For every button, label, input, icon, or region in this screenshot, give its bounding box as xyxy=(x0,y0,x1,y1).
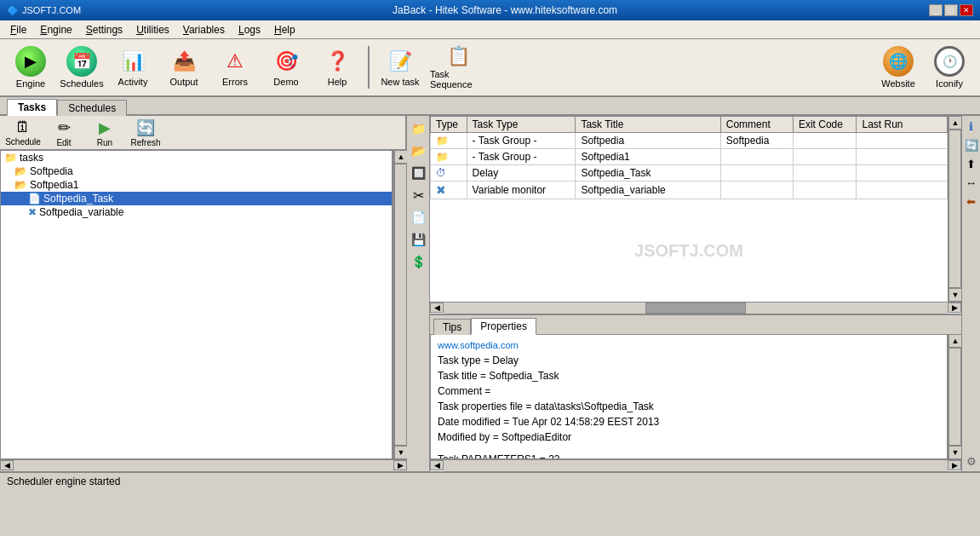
tree-label-softpedia-task: Softpedia_Task xyxy=(43,193,113,205)
tree-item-softpedia-variable[interactable]: ✖ Softpedia_variable xyxy=(1,205,392,219)
props-vscrollbar[interactable]: ▲ ▼ xyxy=(948,334,961,459)
props-hscroll-right[interactable]: ▶ xyxy=(948,460,961,470)
tree-scroll-track[interactable] xyxy=(394,164,407,446)
mid-icon-3[interactable]: 🔲 xyxy=(409,164,427,182)
task-table-scroll[interactable]: Type Task Type Task Title Comment Exit C… xyxy=(430,116,948,302)
tree-hscroll-right[interactable]: ▶ xyxy=(393,460,407,470)
table-scroll-track[interactable] xyxy=(948,130,961,288)
taskseq-button[interactable]: 📋 Task Sequence xyxy=(427,43,489,92)
menu-engine[interactable]: Engine xyxy=(33,22,78,37)
schedule-label: Schedule xyxy=(5,137,41,147)
mid-icon-1[interactable]: 📁 xyxy=(409,119,427,138)
demo-icon: 🎯 xyxy=(271,48,301,75)
website-button[interactable]: 🌐 Website xyxy=(874,43,922,92)
table-scroll-up[interactable]: ▲ xyxy=(948,116,961,130)
minimize-button[interactable]: _ xyxy=(929,4,943,16)
tree-item-tasks[interactable]: 📁 tasks xyxy=(1,151,392,164)
tree-item-softpedia-task[interactable]: 📄 Softpedia_Task xyxy=(1,192,392,205)
table-row[interactable]: 📁 - Task Group - Softpedia Softpedia xyxy=(431,133,948,149)
output-button[interactable]: 📤 Output xyxy=(160,43,208,92)
run-label: Run xyxy=(97,138,112,147)
mid-icon-save[interactable]: 💾 xyxy=(409,230,427,249)
newtask-button[interactable]: 📝 New task xyxy=(376,43,424,92)
r-icon-up[interactable]: ⬆ xyxy=(963,155,980,172)
col-task-type[interactable]: Task Type xyxy=(467,117,576,133)
props-scroll-track[interactable] xyxy=(948,348,961,446)
r-icon-refresh[interactable]: 🔄 xyxy=(963,136,980,153)
table-hscroll-left[interactable]: ◀ xyxy=(430,303,444,313)
mid-icon-dollar[interactable]: 💲 xyxy=(409,252,427,271)
menu-help[interactable]: Help xyxy=(267,22,302,37)
help-button[interactable]: ❓ Help xyxy=(313,43,361,92)
col-type[interactable]: Type xyxy=(431,117,467,133)
table-row[interactable]: ✖ Variable monitor Softpedia_variable xyxy=(431,182,948,199)
iconify-button[interactable]: 🕐 Iconify xyxy=(926,43,973,92)
props-hscrollbar[interactable]: ◀ ▶ xyxy=(430,459,961,471)
col-comment[interactable]: Comment xyxy=(720,117,793,133)
mid-icon-2[interactable]: 📂 xyxy=(409,141,427,160)
table-row[interactable]: ⏱ Delay Softpedia_Task xyxy=(431,165,948,182)
mid-icon-cut[interactable]: ✂ xyxy=(409,186,427,205)
col-task-title[interactable]: Task Title xyxy=(576,117,720,133)
engine-button[interactable]: ▶ Engine xyxy=(7,43,54,92)
variable-monitor-icon: ✖ xyxy=(436,183,446,197)
tree-hscrollbar[interactable]: ◀ ▶ xyxy=(0,459,407,471)
r-icon-info[interactable]: ℹ xyxy=(963,118,980,135)
newtask-label: New task xyxy=(381,77,419,87)
refresh-icon: 🔄 xyxy=(136,118,155,137)
tree-hscroll-track[interactable] xyxy=(14,460,393,471)
maximize-button[interactable]: □ xyxy=(944,4,958,16)
props-hscroll-left[interactable]: ◀ xyxy=(430,460,444,470)
right-icon-bar: ℹ 🔄 ⬆ ↔ ⬅ ⚙ xyxy=(961,116,980,471)
close-button[interactable]: ✕ xyxy=(960,4,973,16)
run-btn[interactable]: ▶ Run xyxy=(85,116,124,150)
col-last-run[interactable]: Last Run xyxy=(857,117,948,133)
r-icon-settings[interactable]: ⚙ xyxy=(963,452,980,470)
menu-variables[interactable]: Variables xyxy=(176,22,232,37)
tree-scroll-down[interactable]: ▼ xyxy=(394,446,407,459)
tab-properties[interactable]: Properties xyxy=(471,318,536,335)
demo-button[interactable]: 🎯 Demo xyxy=(262,43,310,92)
mid-icon-paste[interactable]: 📄 xyxy=(409,208,427,227)
tree-hscroll-left[interactable]: ◀ xyxy=(0,460,14,470)
activity-button[interactable]: 📊 Activity xyxy=(109,43,157,92)
tree-item-softpedia1[interactable]: 📂 Softpedia1 xyxy=(1,178,392,192)
properties-content: www.softpedia.com Task type = Delay Task… xyxy=(430,334,948,459)
menu-settings[interactable]: Settings xyxy=(79,22,129,37)
props-line-4: Task properties file = data\tasks\Softpe… xyxy=(438,399,940,414)
menu-file[interactable]: File xyxy=(3,22,33,37)
newtask-icon: 📝 xyxy=(385,48,415,75)
tree-scroll-up[interactable]: ▲ xyxy=(394,150,407,164)
errors-button[interactable]: ⚠ Errors xyxy=(211,43,259,92)
col-exit-code[interactable]: Exit Code xyxy=(793,117,857,133)
table-hscrollbar[interactable]: ◀ ▶ xyxy=(430,302,961,314)
table-scroll-down[interactable]: ▼ xyxy=(948,288,961,302)
props-line-3: Comment = xyxy=(438,383,940,399)
menu-utilities[interactable]: Utilities xyxy=(129,22,176,37)
table-vscrollbar[interactable]: ▲ ▼ xyxy=(948,116,961,302)
refresh-btn[interactable]: 🔄 Refresh xyxy=(126,116,165,150)
tree-label-tasks: tasks xyxy=(20,152,43,164)
menu-logs[interactable]: Logs xyxy=(232,22,267,37)
table-hscroll-track[interactable] xyxy=(444,303,948,314)
tree-item-softpedia[interactable]: 📂 Softpedia xyxy=(1,164,392,178)
tab-tips[interactable]: Tips xyxy=(433,319,471,335)
props-scroll-down[interactable]: ▼ xyxy=(948,446,961,459)
r-icon-swap[interactable]: ↔ xyxy=(963,174,980,191)
edit-btn[interactable]: ✏ Edit xyxy=(44,116,83,150)
errors-icon: ⚠ xyxy=(220,48,250,75)
tab-schedules[interactable]: Schedules xyxy=(57,100,127,116)
schedules-button[interactable]: 📅 Schedules xyxy=(58,43,106,92)
table-hscroll-right[interactable]: ▶ xyxy=(948,303,961,313)
props-hscroll-track[interactable] xyxy=(444,460,948,471)
table-row[interactable]: 📁 - Task Group - Softpedia1 xyxy=(431,149,948,165)
tab-tasks[interactable]: Tasks xyxy=(7,99,57,116)
props-scroll-up[interactable]: ▲ xyxy=(948,334,961,348)
watermark-text: JSOFTJ.COM xyxy=(634,241,743,261)
r-icon-back[interactable]: ⬅ xyxy=(963,193,980,210)
schedule-btn[interactable]: 🗓 Schedule xyxy=(3,116,43,149)
tree-vscrollbar[interactable]: ▲ ▼ xyxy=(393,150,407,459)
taskgroup-icon1: 📁 xyxy=(436,135,449,147)
schedule-icon: 🗓 xyxy=(15,118,31,136)
row2-task-title: Softpedia1 xyxy=(576,149,720,165)
